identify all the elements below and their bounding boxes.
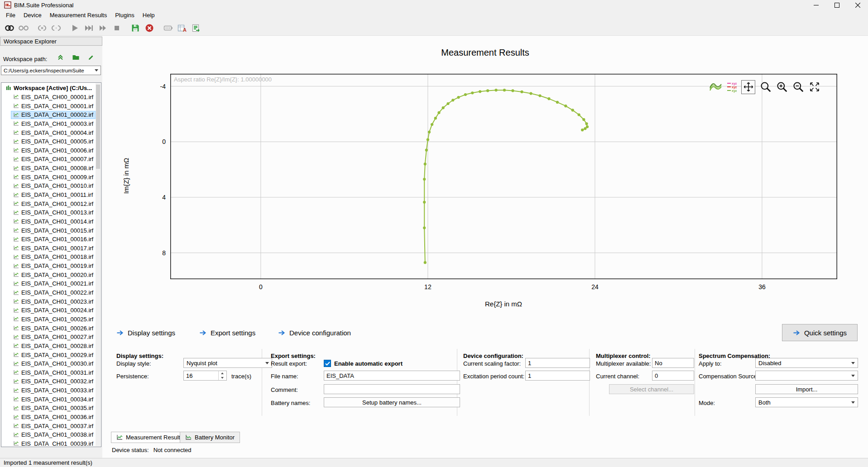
plot-legend[interactable]: xyzxyzxyz (727, 82, 737, 92)
tree-item-file[interactable]: EIS_DATA_CH01_00025.irf (1, 315, 101, 324)
tree-item-file[interactable]: EIS_DATA_CH00_00001.irf (1, 93, 101, 102)
pan-button[interactable] (741, 80, 755, 94)
tree-root[interactable]: Workspace [Active] (C:/Us... (1, 84, 101, 93)
tree-item-file[interactable]: EIS_DATA_CH01_00036.irf (1, 413, 101, 422)
tree-item-file[interactable]: EIS_DATA_CH01_00026.irf (1, 324, 101, 333)
file-name-input[interactable] (324, 371, 460, 381)
tree-item-file[interactable]: EIS_DATA_CH01_00015.irf (1, 226, 101, 235)
tab-measurement-results[interactable]: Measurement Results (111, 432, 188, 443)
tree-item-file[interactable]: EIS_DATA_CH01_00020.irf (1, 270, 101, 279)
tree-item-file[interactable]: EIS_DATA_CH01_00007.irf (1, 155, 101, 164)
abort-button[interactable] (142, 21, 156, 34)
tree-scrollbar[interactable] (96, 83, 101, 446)
mode-select[interactable]: Both (755, 397, 858, 407)
tree-item-file[interactable]: EIS_DATA_CH01_00039.irf (1, 439, 101, 447)
persistence-input[interactable] (184, 371, 218, 380)
zoom-fit-button[interactable] (809, 81, 820, 93)
tree-item-file[interactable]: EIS_DATA_CH01_00024.irf (1, 306, 101, 315)
menu-item-file[interactable]: File (2, 10, 19, 20)
workspace-path-combobox[interactable]: C:/Users/g.eckers/InspectrumSuite (1, 66, 101, 75)
scaling-factor-input[interactable] (525, 358, 590, 368)
export-results-button[interactable] (189, 21, 203, 34)
tree-item-file[interactable]: EIS_DATA_CH01_00005.irf (1, 137, 101, 146)
device-configuration-link[interactable]: Device configuration (278, 328, 351, 337)
auto-label-button[interactable]: A (175, 21, 189, 34)
tree-item-file[interactable]: EIS_DATA_CH01_00031.irf (1, 368, 101, 377)
compensation-source-select[interactable] (755, 371, 858, 381)
tree-scrollbar-thumb[interactable] (96, 85, 100, 169)
tree-item-file[interactable]: EIS_DATA_CH01_00034.irf (1, 395, 101, 404)
tree-item-file[interactable]: EIS_DATA_CH01_00008.irf (1, 164, 101, 173)
tree-item-file[interactable]: EIS_DATA_CH01_00017.irf (1, 244, 101, 253)
persistence-stepper[interactable] (183, 371, 227, 381)
current-channel-input[interactable] (652, 371, 694, 381)
select-channel-button[interactable]: Select channel... (609, 384, 694, 394)
tree-item-file[interactable]: EIS_DATA_CH01_00014.irf (1, 217, 101, 226)
apply-to-select[interactable]: Disabled (755, 358, 858, 368)
maximize-button[interactable] (826, 0, 847, 10)
tree-item-file[interactable]: EIS_DATA_CH01_00010.irf (1, 181, 101, 191)
spin-down-icon[interactable] (219, 376, 226, 380)
skip-measurement-button[interactable] (82, 21, 96, 34)
tree-item-file[interactable]: EIS_DATA_CH01_00027.irf (1, 333, 101, 342)
zoom-region-button[interactable] (760, 81, 772, 93)
save-results-button[interactable] (128, 21, 142, 34)
battery-panel-button[interactable] (161, 21, 175, 34)
tree-item-file[interactable]: EIS_DATA_CH01_00021.irf (1, 279, 101, 288)
tree-item-file[interactable]: EIS_DATA_CH01_00003.irf (1, 119, 101, 129)
tree-item-file[interactable]: EIS_DATA_CH01_00035.irf (1, 404, 101, 413)
tree-item-file[interactable]: EIS_DATA_CH01_00016.irf (1, 235, 101, 244)
tree-item-file[interactable]: EIS_DATA_CH01_00006.irf (1, 146, 101, 155)
multiplexer-available-input[interactable] (652, 358, 694, 368)
edit-workspace-path-button[interactable] (87, 53, 96, 62)
tree-item-file[interactable]: EIS_DATA_CH01_00009.irf (1, 172, 101, 181)
open-workspace-folder-button[interactable] (72, 53, 80, 62)
connect-device-button[interactable] (2, 21, 16, 34)
quick-settings-button[interactable]: Quick settings (782, 324, 858, 341)
spin-up-icon[interactable] (219, 371, 226, 376)
auto-export-checkbox[interactable] (324, 360, 331, 367)
tree-item-file[interactable]: EIS_DATA_CH01_00011.irf (1, 191, 101, 200)
collapse-all-button[interactable] (56, 53, 65, 62)
tree-item-file[interactable]: EIS_DATA_CH01_00028.irf (1, 342, 101, 351)
tree-item-file[interactable]: EIS_DATA_CH01_00022.irf (1, 288, 101, 297)
unlink-cell-button[interactable] (49, 21, 63, 34)
link-cell-button[interactable] (35, 21, 49, 34)
tree-item-file[interactable]: EIS_DATA_CH01_00002.irf (1, 110, 101, 119)
tree-item-file[interactable]: EIS_DATA_CH01_00037.irf (1, 421, 101, 430)
tree-item-file[interactable]: EIS_DATA_CH01_00012.irf (1, 199, 101, 208)
setup-battery-names-button[interactable]: Setup battery names... (324, 397, 460, 407)
zoom-out-button[interactable] (792, 81, 804, 93)
display-style-select[interactable]: Nyquist plot (183, 358, 272, 368)
menu-item-measurement-results[interactable]: Measurement Results (46, 10, 111, 20)
excitation-period-input[interactable] (525, 371, 590, 381)
tab-battery-monitor[interactable]: Battery Monitor (180, 432, 240, 443)
minimize-button[interactable] (806, 0, 826, 10)
disconnect-device-button[interactable] (16, 21, 30, 34)
menu-item-plugins[interactable]: Plugins (111, 10, 139, 20)
tree-item-file[interactable]: EIS_DATA_CH01_00013.irf (1, 208, 101, 217)
signals-button[interactable] (709, 81, 723, 93)
tree-item-file[interactable]: EIS_DATA_CH01_00004.irf (1, 128, 101, 137)
fast-forward-button[interactable] (96, 21, 110, 34)
stop-measurement-button[interactable] (110, 21, 124, 34)
menu-item-help[interactable]: Help (139, 10, 159, 20)
tree-item-file[interactable]: EIS_DATA_CH01_00032.irf (1, 377, 101, 386)
start-measurement-button[interactable] (67, 21, 82, 34)
tree-item-file[interactable]: EIS_DATA_CH01_00001.irf (1, 101, 101, 110)
tree-item-file[interactable]: EIS_DATA_CH01_00033.irf (1, 386, 101, 395)
export-settings-link[interactable]: Export settings (199, 328, 255, 337)
nyquist-plot[interactable]: 0122436-4048 (139, 74, 837, 297)
tree-item-file[interactable]: EIS_DATA_CH01_00029.irf (1, 350, 101, 359)
tree-item-file[interactable]: EIS_DATA_CH01_00030.irf (1, 359, 101, 368)
menu-item-device[interactable]: Device (19, 10, 46, 20)
display-settings-link[interactable]: Display settings (116, 328, 175, 337)
tree-item-file[interactable]: EIS_DATA_CH01_00023.irf (1, 297, 101, 306)
tree-item-file[interactable]: EIS_DATA_CH01_00038.irf (1, 430, 101, 439)
tree-item-file[interactable]: EIS_DATA_CH01_00019.irf (1, 262, 101, 271)
zoom-in-button[interactable] (776, 81, 788, 93)
comment-input[interactable] (324, 384, 460, 394)
tree-item-file[interactable]: EIS_DATA_CH01_00018.irf (1, 253, 101, 262)
close-button[interactable] (847, 0, 868, 10)
import-button[interactable]: Import... (755, 384, 858, 394)
